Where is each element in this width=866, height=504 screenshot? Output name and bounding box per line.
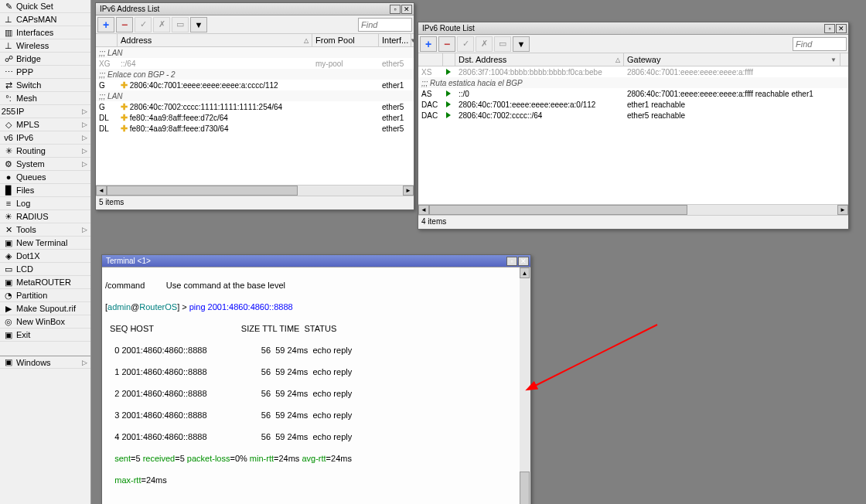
sidebar-item-label: IP: [16, 107, 24, 116]
table-row[interactable]: AS::/02806:40c:7001:eeee:eeee:eeee:a:fff…: [418, 88, 848, 99]
table-row[interactable]: G✚ 2806:40c:7002:cccc:1111:1111:1111:254…: [96, 101, 414, 112]
sidebar-item-new-winbox[interactable]: ◎New WinBox: [0, 315, 90, 329]
comment-button[interactable]: ▭: [494, 36, 511, 52]
find-input[interactable]: [793, 37, 847, 51]
filter-button[interactable]: ▼: [513, 36, 530, 52]
menu-icon: ☍: [3, 53, 14, 64]
titlebar[interactable]: Terminal <1> ▫ ✕: [102, 255, 530, 267]
close-icon[interactable]: ✕: [836, 24, 847, 33]
table-row[interactable]: DL✚ fe80::4aa9:8aff:feee:d72c/64ether1: [96, 112, 414, 123]
toolbar: + − ✓ ✗ ▭ ▼: [418, 35, 848, 53]
sidebar-item-radius[interactable]: ☀RADIUS: [0, 210, 90, 223]
detach-icon[interactable]: ▫: [824, 24, 835, 33]
ipv6-address-window: IPv6 Address List ▫ ✕ + − ✓ ✗ ▭ ▼ Addres…: [95, 2, 414, 210]
sidebar-item-lcd[interactable]: ▭LCD: [0, 263, 90, 276]
group-header: ;;; Enlace con BGP - 2: [96, 69, 414, 80]
col-flags[interactable]: [96, 34, 118, 46]
route-icon: [443, 90, 455, 98]
sidebar-item-label: Windows: [16, 358, 51, 367]
table-row[interactable]: DAC2806:40c:7001:eeee:eeee:eeee:a:0/112e…: [418, 99, 848, 110]
route-table[interactable]: XS2806:3f7:1004:bbbb:bbbb:bbbb:f0ca:bebe…: [418, 66, 848, 204]
sidebar-item-log[interactable]: ≡Log: [0, 197, 90, 210]
sidebar-item-routing[interactable]: ✳Routing▷: [0, 145, 90, 158]
submenu-arrow-icon: ▷: [82, 134, 87, 141]
sidebar-item-ppp[interactable]: ⋯PPP: [0, 66, 90, 79]
group-header: ;;; Ruta estatica hacia el BGP: [418, 77, 848, 88]
sidebar-item-bridge[interactable]: ☍Bridge: [0, 53, 90, 66]
comment-button[interactable]: ▭: [172, 17, 189, 32]
submenu-arrow-icon: ▷: [82, 359, 87, 366]
col-interface[interactable]: Interf...▼: [379, 34, 411, 46]
plus-icon: ✚: [121, 124, 128, 133]
sidebar-item-make-supout-rif[interactable]: ▶Make Supout.rif: [0, 302, 90, 315]
sidebar-item-exit[interactable]: ▣Exit: [0, 329, 90, 342]
add-button[interactable]: +: [97, 17, 114, 32]
sidebar-item-label: Files: [16, 186, 34, 195]
sidebar-item-partition[interactable]: ◔Partition: [0, 289, 90, 302]
sidebar-item-system[interactable]: ⚙System▷: [0, 158, 90, 171]
col-gateway[interactable]: Gateway▼: [624, 53, 840, 66]
filter-button[interactable]: ▼: [190, 17, 207, 32]
cell-flags: DAC: [418, 100, 443, 109]
window-title: Terminal <1>: [104, 257, 506, 265]
table-row[interactable]: DAC2806:40c:7002:cccc::/64ether5 reachab…: [418, 110, 848, 121]
disable-button[interactable]: ✗: [153, 17, 170, 32]
sidebar-item-new-terminal[interactable]: ▣New Terminal: [0, 237, 90, 250]
menu-icon: ▭: [3, 264, 14, 274]
find-input[interactable]: [358, 18, 412, 32]
sidebar-item-label: IPv6: [16, 133, 33, 142]
hscrollbar[interactable]: ◄►: [96, 185, 414, 196]
sidebar-item-tools[interactable]: ✕Tools▷: [0, 223, 90, 237]
sidebar-item-switch[interactable]: ⇄Switch: [0, 79, 90, 92]
detach-icon[interactable]: ▫: [390, 5, 401, 14]
col-flags[interactable]: [418, 53, 443, 66]
table-row[interactable]: DL✚ fe80::4aa9:8aff:feee:d730/64ether5: [96, 123, 414, 134]
sidebar-item-metarouter[interactable]: ▣MetaROUTER: [0, 276, 90, 289]
submenu-arrow-icon: ▷: [82, 107, 87, 115]
table-row[interactable]: G✚ 2806:40c:7001:eeee:eeee:eeee:a:cccc/1…: [96, 80, 414, 90]
table-row[interactable]: XG::/64my-poolether5: [96, 58, 414, 69]
cell-interface: ether5: [379, 60, 411, 68]
sidebar-item-label: Switch: [16, 80, 41, 90]
cell-flags: XS: [418, 68, 443, 77]
titlebar[interactable]: IPv6 Route List ▫ ✕: [418, 22, 848, 35]
sidebar-item-mesh[interactable]: °:Mesh: [0, 92, 90, 105]
terminal-output[interactable]: /command Use command at the base level […: [102, 267, 520, 504]
vscrollbar[interactable]: ▲ ▼: [520, 267, 530, 504]
menu-icon: ✳: [3, 145, 14, 156]
sidebar-item-queues[interactable]: ●Queues: [0, 171, 90, 184]
sidebar-item-dot1x[interactable]: ◈Dot1X: [0, 250, 90, 263]
remove-button[interactable]: −: [116, 17, 133, 32]
sidebar-item-interfaces[interactable]: ▥Interfaces: [0, 26, 90, 39]
hscrollbar[interactable]: ◄►: [418, 204, 848, 215]
sidebar-item-quick-set[interactable]: ✎Quick Set: [0, 0, 90, 13]
sidebar-item-capsman[interactable]: ⊥CAPsMAN: [0, 13, 90, 26]
sidebar-item-wireless[interactable]: ⊥Wireless: [0, 39, 90, 53]
col-address[interactable]: Address△: [118, 34, 312, 46]
cell-flags: G: [96, 103, 118, 111]
detach-icon[interactable]: ▫: [506, 257, 517, 266]
close-icon[interactable]: ✕: [401, 5, 412, 14]
table-row[interactable]: XS2806:3f7:1004:bbbb:bbbb:bbbb:f0ca:bebe…: [418, 66, 848, 77]
sidebar-item-files[interactable]: ▉Files: [0, 184, 90, 197]
disable-button[interactable]: ✗: [476, 36, 493, 52]
titlebar[interactable]: IPv6 Address List ▫ ✕: [96, 3, 414, 15]
add-button[interactable]: +: [420, 36, 437, 52]
sidebar-item-mpls[interactable]: ◇MPLS▷: [0, 118, 90, 131]
sidebar-item-windows[interactable]: ▣Windows▷: [0, 356, 90, 369]
col-icon[interactable]: [443, 53, 455, 66]
sidebar-item-ipv6[interactable]: v6IPv6▷: [0, 131, 90, 145]
enable-button[interactable]: ✓: [135, 17, 152, 32]
route-icon: [443, 111, 455, 120]
cell-flags: G: [96, 81, 118, 90]
cell-flags: DAC: [418, 111, 443, 120]
remove-button[interactable]: −: [438, 36, 455, 52]
close-icon[interactable]: ✕: [518, 257, 529, 266]
svg-line-0: [534, 325, 657, 387]
sidebar-item-ip[interactable]: 255IP▷: [0, 105, 90, 118]
address-table[interactable]: ;;; LANXG::/64my-poolether5;;; Enlace co…: [96, 47, 414, 185]
col-dst[interactable]: Dst. Address△: [455, 53, 624, 66]
enable-button[interactable]: ✓: [457, 36, 474, 52]
menu-icon: ▣: [3, 357, 14, 368]
col-from-pool[interactable]: From Pool: [312, 34, 379, 46]
